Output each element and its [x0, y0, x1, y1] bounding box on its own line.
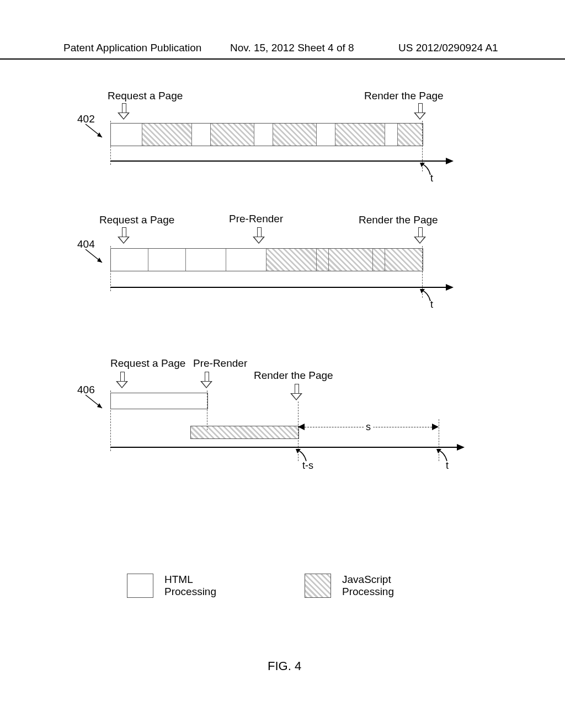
- arrow-down-icon: [291, 384, 301, 400]
- svg-marker-4: [97, 258, 102, 263]
- legend-label-html: HTML Processing: [164, 574, 216, 598]
- svg-marker-7: [97, 403, 102, 408]
- figure-label: FIG. 4: [268, 659, 301, 673]
- leader-arrow-icon: [83, 123, 105, 140]
- arrow-down-icon: [119, 103, 129, 120]
- header-left: Patent Application Publication: [63, 42, 201, 54]
- leader-arrow-icon: [83, 248, 105, 265]
- time-axis: [110, 447, 463, 448]
- legend-label-js: JavaScript Processing: [342, 574, 394, 598]
- label-render: Render the Page: [359, 214, 438, 226]
- label-prerender: Pre-Render: [229, 213, 283, 225]
- savings-label: s: [364, 421, 373, 433]
- label-render: Render the Page: [254, 370, 333, 382]
- tick-t: t: [430, 299, 433, 311]
- tick-curve-icon: [435, 448, 451, 464]
- leader-arrow-icon: [83, 394, 105, 410]
- legend: HTML Processing JavaScript Processing: [127, 574, 480, 598]
- arrow-down-icon: [119, 227, 129, 244]
- arrow-down-icon: [201, 372, 211, 388]
- tick-ts: t-s: [302, 460, 313, 472]
- legend-swatch-html: [127, 574, 153, 598]
- timeline-404: Request a Page Pre-Render Render the Pag…: [77, 221, 486, 336]
- label-request: Request a Page: [108, 90, 183, 102]
- tick-t: t: [430, 173, 433, 184]
- legend-swatch-js: [305, 574, 331, 598]
- time-axis: [110, 160, 452, 162]
- timeline-406: Request a Page Pre-Render Render the Pag…: [77, 364, 486, 507]
- label-request: Request a Page: [99, 214, 174, 226]
- label-render: Render the Page: [364, 90, 444, 102]
- header-middle: Nov. 15, 2012 Sheet 4 of 8: [230, 42, 354, 54]
- arrow-down-icon: [117, 372, 127, 388]
- time-axis: [110, 287, 452, 288]
- arrow-down-icon: [415, 103, 425, 120]
- timeline-402: Request a Page Render the Page 402 t: [77, 97, 486, 201]
- label-request: Request a Page: [110, 357, 185, 370]
- page-header: Patent Application Publication Nov. 15, …: [0, 43, 565, 60]
- svg-marker-1: [97, 132, 102, 137]
- arrow-down-icon: [254, 227, 264, 244]
- bar-row-406-html: [110, 393, 208, 409]
- arrow-down-icon: [415, 227, 425, 244]
- savings-dimension: s: [298, 424, 439, 431]
- tick-t: t: [446, 460, 449, 472]
- header-right: US 2012/0290924 A1: [398, 42, 498, 54]
- label-prerender: Pre-Render: [193, 357, 247, 370]
- bar-row-404: [110, 248, 423, 271]
- bar-row-402: [110, 123, 423, 146]
